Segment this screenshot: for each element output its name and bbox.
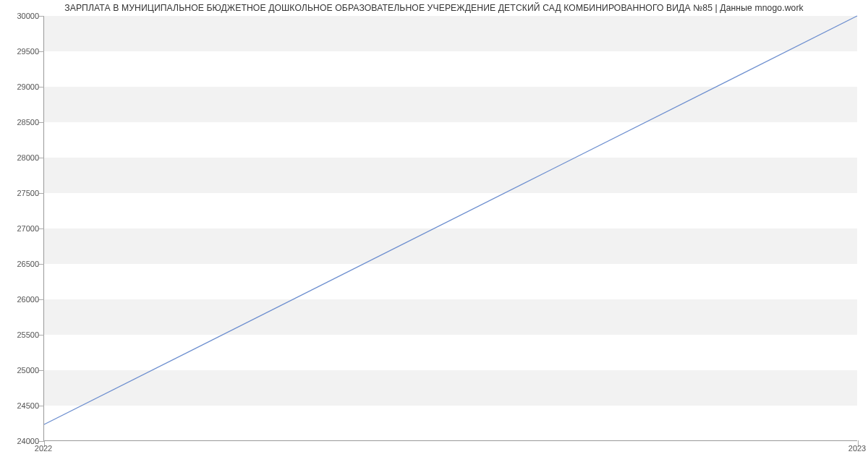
y-tick-label: 27000: [17, 224, 39, 233]
y-tick-label: 26000: [17, 295, 39, 304]
y-tick: [38, 158, 44, 158]
y-tick: [38, 51, 44, 52]
y-tick-label: 25500: [17, 330, 39, 339]
y-tick-label: 25000: [17, 366, 39, 375]
data-line: [44, 16, 857, 424]
y-tick: [38, 335, 44, 336]
y-tick: [38, 370, 44, 371]
chart-container: ЗАРПЛАТА В МУНИЦИПАЛЬНОЕ БЮДЖЕТНОЕ ДОШКО…: [0, 0, 868, 470]
chart-title: ЗАРПЛАТА В МУНИЦИПАЛЬНОЕ БЮДЖЕТНОЕ ДОШКО…: [0, 3, 868, 13]
y-tick: [38, 264, 44, 265]
y-tick: [38, 299, 44, 300]
x-tick-label: 2022: [35, 444, 52, 453]
y-tick: [38, 16, 44, 17]
y-tick-label: 24500: [17, 401, 39, 410]
y-tick: [38, 406, 44, 406]
y-tick: [38, 122, 44, 123]
y-tick-label: 29500: [17, 47, 39, 56]
y-tick: [38, 441, 44, 442]
plot-area: [43, 16, 857, 441]
y-tick-label: 28000: [17, 153, 39, 162]
line-chart-svg: [44, 16, 857, 440]
y-tick-label: 29000: [17, 82, 39, 91]
y-tick: [38, 228, 44, 229]
x-tick-label: 2023: [848, 444, 866, 453]
y-tick-label: 30000: [17, 12, 39, 20]
y-tick-label: 26500: [17, 260, 39, 268]
y-tick: [38, 87, 44, 87]
y-tick-label: 27500: [17, 189, 39, 197]
y-tick: [38, 193, 44, 194]
y-tick-label: 28500: [17, 118, 39, 127]
